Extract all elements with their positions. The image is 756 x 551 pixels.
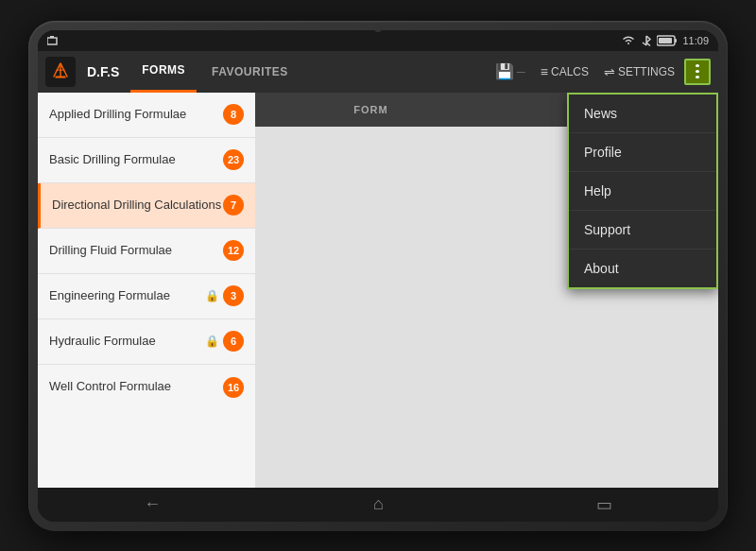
- sidebar-item-applied-drilling[interactable]: Applied Drilling Formulae 8: [38, 93, 255, 138]
- sidebar-item-directional[interactable]: Directional Drilling Calculations 7: [38, 183, 255, 229]
- sidebar-item-label: Drilling Fluid Formulae: [49, 243, 223, 259]
- settings-icon: ⇌: [604, 64, 615, 79]
- status-right: 11:09: [621, 34, 709, 47]
- home-button[interactable]: ⌂: [354, 491, 403, 518]
- sidebar-item-label: Applied Drilling Formulae: [49, 107, 223, 123]
- badge-engineering: 3: [223, 285, 244, 306]
- front-camera: [374, 25, 382, 32]
- badge-fluid: 12: [223, 240, 244, 261]
- sidebar-item-engineering[interactable]: Engineering Formulae 🔒 3: [38, 274, 255, 319]
- sidebar: Applied Drilling Formulae 8 Basic Drilli…: [38, 93, 255, 488]
- svg-rect-3: [675, 39, 677, 43]
- app-logo: [45, 57, 76, 87]
- more-options-button[interactable]: [684, 59, 711, 85]
- menu-item-support[interactable]: Support: [569, 211, 716, 250]
- sidebar-item-label: Engineering Formulae: [49, 288, 205, 304]
- badge-applied: 8: [223, 104, 244, 125]
- calcs-icon: ≡: [541, 64, 548, 79]
- tab-favourites[interactable]: FAVOURITES: [200, 51, 300, 93]
- main-content: Applied Drilling Formulae 8 Basic Drilli…: [38, 93, 718, 488]
- tab-forms[interactable]: FORMS: [130, 51, 197, 93]
- lock-icon: 🔒: [205, 289, 219, 302]
- bottom-nav: ← ⌂ ▭: [38, 488, 718, 522]
- dot2: [696, 70, 699, 73]
- badge-hydraulic: 6: [223, 331, 244, 352]
- time-display: 11:09: [682, 35, 709, 46]
- badge-well-control: 16: [223, 377, 244, 398]
- svg-rect-1: [50, 36, 54, 38]
- bluetooth-icon: [641, 34, 652, 47]
- menu-item-about[interactable]: About: [569, 250, 716, 287]
- sidebar-item-label: Well Control Formulae: [49, 379, 223, 395]
- save-button[interactable]: 💾 —: [490, 59, 531, 84]
- sidebar-item-right: 12: [223, 240, 244, 261]
- rig-icon: [50, 61, 71, 82]
- menu-item-profile[interactable]: Profile: [569, 133, 716, 172]
- col-form: FORM: [255, 104, 487, 115]
- save-label: —: [517, 67, 525, 77]
- sidebar-item-right: 7: [223, 195, 244, 215]
- notification-icon: [47, 36, 60, 45]
- wifi-icon: [621, 35, 636, 45]
- right-panel: FORM METHOD News Profile Help Support Ab…: [255, 93, 718, 488]
- sidebar-item-right: 23: [223, 149, 244, 170]
- dot1: [696, 64, 699, 67]
- sidebar-item-label: Hydraulic Formulae: [49, 334, 205, 350]
- tablet-device: 11:09 D.F.S FORMS FAVOURITES 💾 —: [28, 21, 728, 531]
- sidebar-item-right: 8: [223, 104, 244, 125]
- sidebar-item-basic-drilling[interactable]: Basic Drilling Formulae 23: [38, 138, 255, 183]
- status-bar: 11:09: [38, 30, 718, 51]
- sidebar-item-right: 🔒 6: [205, 331, 244, 352]
- dot3: [696, 76, 699, 78]
- screen: 11:09 D.F.S FORMS FAVOURITES 💾 —: [38, 30, 718, 522]
- sidebar-item-right: 🔒 3: [205, 285, 244, 306]
- settings-label: SETTINGS: [618, 65, 675, 78]
- calcs-button[interactable]: ≡ CALCS: [535, 60, 594, 83]
- badge-directional: 7: [223, 195, 244, 215]
- lock-icon: 🔒: [205, 335, 219, 348]
- battery-icon: [657, 35, 678, 46]
- sidebar-item-drilling-fluid[interactable]: Drilling Fluid Formulae 12: [38, 229, 255, 274]
- menu-item-help[interactable]: Help: [569, 172, 716, 211]
- badge-basic: 23: [223, 149, 244, 170]
- svg-rect-0: [47, 38, 57, 44]
- sidebar-item-label: Basic Drilling Formulae: [49, 152, 223, 168]
- recents-button[interactable]: ▭: [577, 491, 631, 519]
- menu-item-news[interactable]: News: [569, 95, 716, 133]
- app-title: D.F.S: [79, 64, 127, 79]
- back-button[interactable]: ←: [125, 491, 180, 518]
- svg-rect-4: [659, 38, 672, 43]
- dropdown-menu: News Profile Help Support About: [567, 93, 718, 289]
- sidebar-item-label: Directional Drilling Calculations: [52, 198, 223, 214]
- app-bar: D.F.S FORMS FAVOURITES 💾 — ≡ CALCS ⇌ SET…: [38, 51, 718, 93]
- sidebar-item-hydraulic[interactable]: Hydraulic Formulae 🔒 6: [38, 319, 255, 365]
- save-icon: 💾: [495, 62, 514, 80]
- status-left: [47, 36, 60, 45]
- sidebar-item-right: 16: [223, 377, 244, 398]
- calcs-label: CALCS: [551, 65, 589, 78]
- settings-button[interactable]: ⇌ SETTINGS: [598, 60, 680, 83]
- sidebar-item-well-control[interactable]: Well Control Formulae 16: [38, 365, 255, 410]
